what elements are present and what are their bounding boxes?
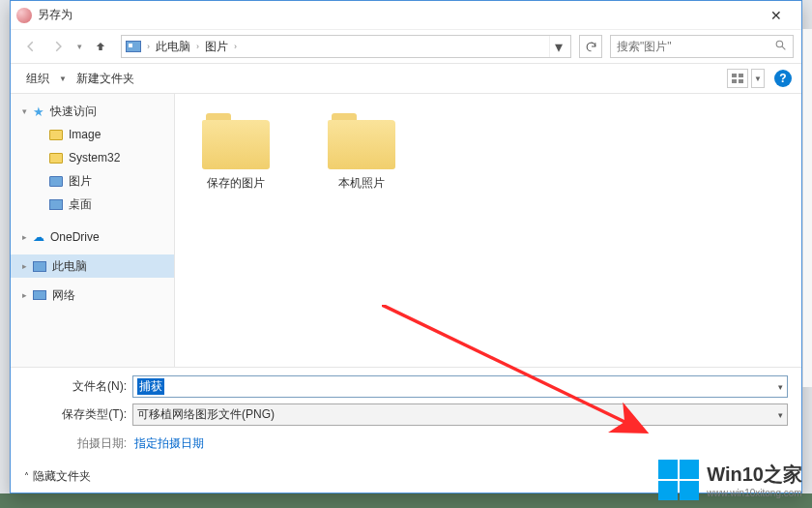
crumb-sep: ›: [194, 42, 201, 51]
chevron-right-icon: ▸: [22, 232, 27, 242]
chevron-down-icon[interactable]: ▾: [778, 382, 783, 392]
filetype-label: 保存类型(T):: [24, 406, 132, 423]
filename-input[interactable]: 捕获 ▾: [132, 375, 788, 398]
dialog-body: ▾ ★ 快速访问 Image System32 图片 桌面 ▸ ☁ OneDri…: [11, 94, 801, 367]
folder-item-saved-pictures[interactable]: 保存的图片: [192, 113, 279, 192]
app-icon: [16, 8, 32, 23]
sidebar-onedrive[interactable]: ▸ ☁ OneDrive: [11, 225, 174, 249]
svg-rect-3: [739, 74, 743, 77]
svg-line-1: [782, 46, 785, 49]
bottom-panel: 文件名(N): 捕获 ▾ 保存类型(T): 可移植网络图形文件(PNG) ▾ 拍…: [11, 367, 801, 460]
address-bar[interactable]: › 此电脑 › 图片 › ▾: [121, 35, 571, 58]
crumb-sep: ›: [145, 42, 152, 51]
filetype-row: 保存类型(T): 可移植网络图形文件(PNG) ▾: [24, 403, 788, 426]
close-button[interactable]: ✕: [755, 2, 798, 29]
folder-name: 保存的图片: [207, 175, 265, 192]
crumb-pictures[interactable]: 图片: [201, 39, 232, 55]
chevron-up-icon: ˄: [24, 471, 29, 482]
folder-icon: [49, 153, 63, 164]
chevron-right-icon: ▸: [22, 261, 27, 271]
help-button[interactable]: ?: [774, 70, 792, 87]
this-pc-icon: [126, 41, 141, 52]
hide-folders-label: 隐藏文件夹: [33, 468, 91, 485]
svg-point-0: [776, 41, 783, 47]
sidebar-label: 网络: [52, 287, 75, 304]
chevron-down-icon[interactable]: ▾: [778, 410, 783, 420]
sidebar-label: 此电脑: [52, 258, 87, 275]
recent-dropdown[interactable]: ▾: [72, 34, 86, 59]
sidebar-label: 快速访问: [50, 104, 97, 120]
sidebar-label: OneDrive: [50, 230, 100, 244]
toolbar: 组织 ▼ 新建文件夹 ▼ ?: [11, 63, 801, 94]
sidebar: ▾ ★ 快速访问 Image System32 图片 桌面 ▸ ☁ OneDri…: [11, 94, 175, 367]
organize-dropdown-icon[interactable]: ▼: [55, 75, 71, 83]
this-pc-icon: [33, 261, 46, 272]
folder-icon: [49, 130, 63, 140]
chevron-right-icon: ▸: [22, 290, 27, 300]
folder-name: 本机照片: [338, 175, 385, 192]
sidebar-item-system32[interactable]: System32: [11, 146, 174, 169]
sidebar-item-desktop[interactable]: 桌面: [11, 193, 174, 216]
star-icon: ★: [33, 105, 44, 119]
watermark: Win10之家 www.win10xitong.com: [658, 460, 802, 500]
svg-rect-2: [732, 74, 737, 77]
sidebar-item-label: Image: [69, 128, 101, 141]
address-dropdown[interactable]: ▾: [549, 36, 566, 57]
back-button[interactable]: [18, 34, 44, 59]
sidebar-quick-access[interactable]: ▾ ★ 快速访问: [11, 100, 174, 123]
forward-button[interactable]: [45, 34, 71, 59]
crumb-this-pc[interactable]: 此电脑: [152, 39, 194, 55]
view-dropdown-button[interactable]: ▼: [751, 69, 765, 88]
sidebar-item-label: 图片: [69, 173, 92, 190]
filename-label: 文件名(N):: [24, 378, 132, 395]
content-pane[interactable]: 保存的图片 本机照片: [175, 94, 801, 367]
save-as-dialog: 另存为 ✕ ▾ › 此电脑 › 图片 › ▾: [10, 0, 802, 493]
watermark-title: Win10之家: [707, 462, 802, 488]
hide-folders-button[interactable]: ˄ 隐藏文件夹: [24, 468, 91, 485]
chevron-down-icon: ▾: [22, 106, 27, 116]
sidebar-item-label: 桌面: [69, 196, 92, 213]
filename-value: 捕获: [137, 378, 164, 395]
cloud-icon: ☁: [33, 230, 44, 244]
date-row: 拍摄日期: 指定拍摄日期: [24, 435, 788, 452]
svg-rect-5: [739, 79, 743, 83]
filetype-select[interactable]: 可移植网络图形文件(PNG) ▾: [132, 403, 788, 426]
watermark-url: www.win10xitong.com: [707, 488, 802, 498]
network-icon: [33, 290, 46, 300]
search-box[interactable]: [610, 35, 794, 58]
date-link[interactable]: 指定拍摄日期: [132, 435, 204, 452]
sidebar-item-label: System32: [69, 151, 120, 164]
sidebar-this-pc[interactable]: ▸ 此电脑: [11, 254, 174, 278]
crumb-sep: ›: [232, 42, 239, 51]
svg-rect-4: [732, 79, 737, 83]
nav-bar: ▾ › 此电脑 › 图片 › ▾: [11, 30, 801, 63]
sidebar-item-pictures[interactable]: 图片: [11, 169, 174, 193]
filetype-value: 可移植网络图形文件(PNG): [137, 406, 275, 423]
folder-icon: [328, 113, 395, 169]
background-edge: [802, 29, 812, 387]
sidebar-network[interactable]: ▸ 网络: [11, 284, 174, 307]
sidebar-item-image[interactable]: Image: [11, 123, 174, 146]
new-folder-button[interactable]: 新建文件夹: [71, 67, 140, 91]
titlebar: 另存为 ✕: [11, 1, 801, 30]
folder-icon: [49, 176, 63, 187]
view-button[interactable]: [727, 69, 748, 88]
filename-row: 文件名(N): 捕获 ▾: [24, 375, 788, 398]
search-input[interactable]: [617, 40, 774, 53]
up-button[interactable]: [88, 34, 113, 59]
search-icon[interactable]: [774, 38, 787, 55]
date-label: 拍摄日期:: [24, 435, 132, 452]
refresh-button[interactable]: [579, 35, 602, 58]
windows-logo-icon: [658, 460, 699, 500]
folder-item-camera-roll[interactable]: 本机照片: [318, 113, 405, 192]
organize-button[interactable]: 组织: [20, 67, 55, 91]
window-title: 另存为: [38, 7, 72, 23]
desktop-icon: [49, 199, 63, 210]
folder-icon: [202, 113, 270, 169]
